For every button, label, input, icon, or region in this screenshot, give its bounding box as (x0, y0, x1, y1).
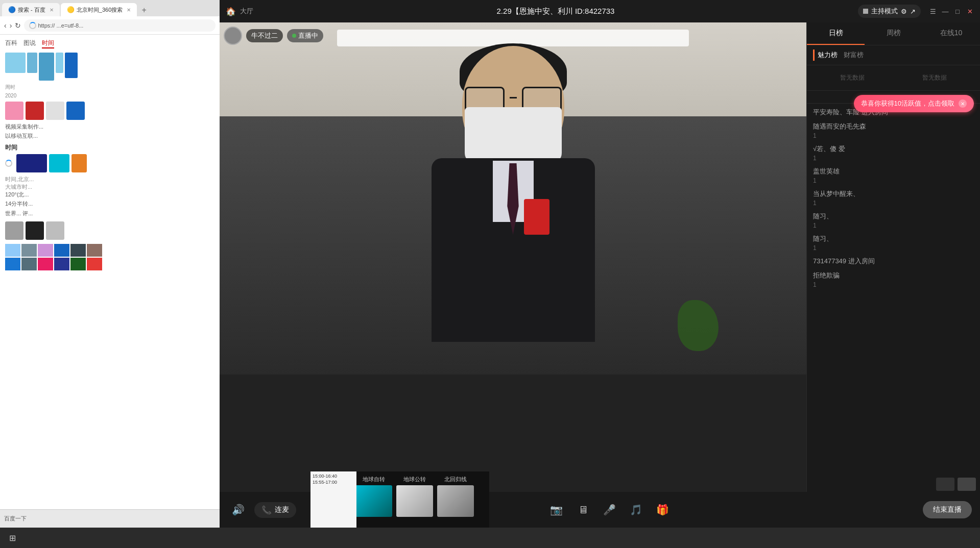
chat-user-6: 随习、 (813, 234, 974, 243)
taskbar-start[interactable]: ⊞ (3, 529, 21, 547)
chat-user-3: 盖世英雄 (813, 167, 974, 176)
browser-address-bar: ‹ › ↻ https:// ...e=utf-8... (0, 16, 220, 35)
swatch-brown (71, 154, 87, 172)
refresh-icon[interactable]: ↻ (15, 21, 21, 30)
tab-online[interactable]: 在线10 (922, 22, 980, 45)
sg-12 (87, 258, 102, 270)
chat-user-8: 拒绝欺骗 (813, 271, 974, 280)
preview-earth-orbit: 地球公转 (396, 476, 433, 517)
browser-tab-1[interactable]: 🔵 搜索 - 百度 ✕ (2, 3, 60, 16)
sg-9 (38, 258, 53, 270)
menu-icon[interactable]: ☰ (929, 7, 937, 15)
back-icon[interactable]: ‹ (4, 21, 7, 30)
home-label: 大厅 (240, 7, 253, 16)
spinner-2 (5, 160, 12, 167)
tab-close-1[interactable]: ✕ (50, 7, 54, 13)
host-mode-label: 主持模式 (871, 7, 898, 16)
subtab-charm[interactable]: 魅力榜 (813, 49, 838, 61)
nav-shijian[interactable]: 时间 (42, 39, 54, 48)
chat-num-3: 1 (813, 177, 974, 184)
result-2[interactable]: 以移动互联... (5, 132, 214, 140)
home-icon[interactable]: 🏠 (226, 7, 236, 16)
scroll-thumb[interactable] (936, 478, 954, 491)
window-controls: ☰ — □ ✕ (929, 7, 974, 15)
swatch-blue (66, 102, 85, 120)
chat-num-5: 1 (813, 222, 974, 229)
swatch-lightgray (46, 221, 64, 240)
search-results: 百科 图说 时间 周时 2020 视频采集制作... 以移动互联... 时间 (0, 35, 220, 275)
rank-tabs: 日榜 周榜 在线10 (807, 22, 980, 45)
chat-user-1: 随遇而安的毛先森 (813, 122, 974, 131)
screen-btn[interactable]: 🖥 (573, 500, 593, 520)
chat-msg-3: 盖世英雄 1 (813, 167, 974, 184)
scroll-btn[interactable] (958, 478, 976, 491)
search-nav: 百科 图说 时间 (5, 39, 214, 48)
sg-11 (70, 258, 86, 270)
stream-user-bar: 牛不过二 直播中 (224, 27, 323, 45)
volume-btn[interactable]: 🔊 (228, 500, 248, 520)
notification-close[interactable]: ✕ (959, 99, 967, 108)
chat-num-6: 1 (813, 244, 974, 252)
stream-title: 2.29【恩施中安、利川 ID:8422733 (257, 7, 854, 16)
chart-bar-5 (65, 53, 78, 78)
browser-bottom-bar: 百度一下 (0, 509, 220, 528)
close-btn[interactable]: ✕ (966, 7, 974, 15)
charm-no-data: 暂无数据 (836, 69, 869, 86)
swatch-gray2 (5, 221, 23, 240)
tab-weekly[interactable]: 周榜 (865, 22, 922, 45)
chat-num-4: 1 (813, 200, 974, 207)
connect-btn[interactable]: 📞 连麦 (254, 502, 296, 518)
end-live-button[interactable]: 结束直播 (923, 501, 972, 518)
swatch-red (26, 102, 44, 120)
result-5[interactable]: 世界... 评... (5, 210, 214, 217)
browser-tab-2[interactable]: 🟡 北京时间_360搜索 ✕ (61, 3, 137, 16)
schedule-row2: 15:55-17:00 (313, 480, 354, 485)
chat-msg-2: √若、傻 爱 1 (813, 144, 974, 162)
sg-2 (21, 244, 37, 257)
preview-thumb-1[interactable] (355, 485, 392, 517)
nav-tushuo[interactable]: 图说 (23, 39, 36, 48)
camera-btn[interactable]: 📷 (546, 500, 567, 520)
chat-num-8: 1 (813, 281, 974, 288)
mic-btn[interactable]: 🎤 (600, 500, 620, 520)
chart-label-week: 周时 (5, 84, 214, 91)
gift-btn[interactable]: 🎁 (653, 500, 673, 520)
preview-thumb-3[interactable] (437, 485, 474, 517)
chat-msg-8: 拒绝欺骗 1 (813, 271, 974, 288)
sg-1 (5, 244, 20, 257)
result-4[interactable]: 14分半转... (5, 200, 214, 208)
bottom-text: 百度一下 (4, 515, 27, 522)
chat-num-1: 1 (813, 132, 974, 139)
chat-num-2: 1 (813, 155, 974, 162)
settings-icon[interactable]: ⚙ (901, 8, 907, 15)
nav-baike[interactable]: 百科 (5, 39, 17, 48)
schedule-row: 15:00-16:40 (313, 474, 354, 479)
preview-thumb-2[interactable] (396, 485, 433, 517)
sg-10 (54, 258, 69, 270)
music-btn[interactable]: 🎵 (626, 500, 647, 520)
tab-close-2[interactable]: ✕ (127, 7, 131, 13)
subtab-wealth[interactable]: 财富榜 (844, 49, 864, 61)
minimize-btn[interactable]: — (941, 7, 949, 15)
swatch-darkblue (16, 154, 47, 172)
rank-sub-tabs: 魅力榜 财富榜 (807, 45, 980, 65)
address-input[interactable]: https:// ...e=utf-8... (24, 19, 216, 32)
forward-icon[interactable]: › (10, 21, 12, 30)
chat-msg-7: 731477349 进入房间 (813, 257, 974, 266)
chat-msg-6: 随习、 1 (813, 234, 974, 252)
chat-msg-5: 随习、 1 (813, 212, 974, 229)
live-status-badge: 直播中 (287, 29, 323, 42)
video-area: 牛不过二 直播中 (220, 22, 806, 492)
new-tab-button[interactable]: + (138, 4, 150, 16)
chat-user-5: 随习、 (813, 212, 974, 221)
video-scene (220, 22, 806, 492)
share-icon[interactable]: ↗ (910, 8, 916, 15)
maximize-btn[interactable]: □ (953, 7, 962, 15)
person-badge (524, 199, 549, 235)
panel-bottom (807, 477, 980, 492)
tab-daily[interactable]: 日榜 (807, 22, 865, 45)
loading-spinner (29, 22, 36, 29)
result-3[interactable]: 120°(北... (5, 191, 214, 198)
result-1[interactable]: 视频采集制作... (5, 123, 214, 131)
time-section-title: 时间 (5, 143, 214, 152)
